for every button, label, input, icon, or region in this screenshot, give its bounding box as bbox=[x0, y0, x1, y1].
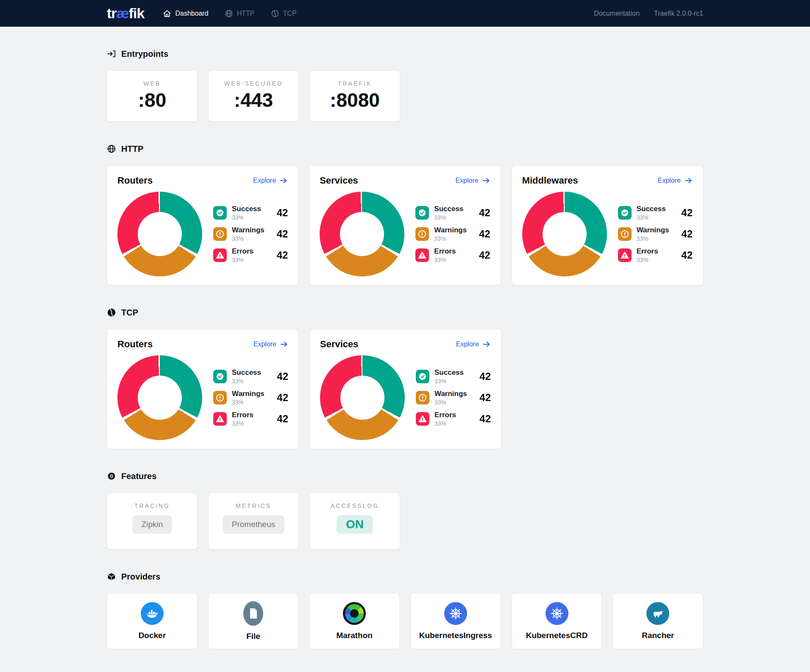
home-icon bbox=[163, 9, 171, 18]
chart-legend: Success33% 42 Warnings33% 42 Errors33% 4… bbox=[213, 366, 288, 429]
traefik-logo: træfik bbox=[107, 5, 144, 22]
legend-count: 42 bbox=[479, 392, 491, 404]
success-check-icon bbox=[416, 370, 429, 383]
entrypoint-label: WEB bbox=[144, 80, 161, 87]
nav-item-label: TCP bbox=[283, 10, 297, 17]
legend-label: Errors bbox=[434, 247, 456, 256]
provider-card-rancher: Rancher bbox=[612, 593, 703, 649]
kubernetes-wheel-icon bbox=[444, 602, 467, 625]
legend-label: Errors bbox=[232, 411, 253, 419]
feature-card-metrics: METRICS Prometheus bbox=[208, 493, 299, 549]
tcp-section-header: TCP bbox=[107, 307, 703, 318]
arrow-right-icon bbox=[684, 176, 693, 185]
error-triangle-icon bbox=[618, 248, 632, 262]
tcp-ball-icon bbox=[271, 9, 279, 18]
legend-percent: 33% bbox=[434, 214, 463, 221]
entrypoint-card-traefik: TRAEFIK :8080 bbox=[309, 70, 400, 122]
error-triangle-icon bbox=[416, 412, 429, 426]
nav-item-tcp[interactable]: TCP bbox=[271, 9, 297, 18]
legend-row-success: Success33% 42 bbox=[213, 202, 288, 223]
tcp-ball-icon bbox=[107, 308, 116, 317]
section-title: Providers bbox=[121, 572, 160, 582]
chart-legend: Success33% 42 Warnings33% 42 Errors33% 4… bbox=[618, 202, 693, 266]
explore-link[interactable]: Explore bbox=[253, 340, 288, 349]
legend-row-errors: Errors33% 42 bbox=[618, 245, 693, 266]
legend-label: Warnings bbox=[637, 226, 669, 234]
feature-label: METRICS bbox=[236, 502, 271, 509]
provider-card-docker: Docker bbox=[107, 593, 198, 649]
legend-row-warnings: Warnings33% 42 bbox=[416, 387, 491, 408]
legend-percent: 33% bbox=[434, 257, 456, 263]
legend-label: Warnings bbox=[434, 390, 467, 398]
legend-percent: 33% bbox=[434, 378, 464, 385]
legend-row-success: Success33% 42 bbox=[618, 202, 693, 223]
legend-percent: 33% bbox=[232, 378, 261, 385]
nav-item-http[interactable]: HTTP bbox=[225, 9, 255, 18]
providers-row: Docker File Marathon KubernetesIngress K… bbox=[107, 593, 703, 649]
legend-label: Success bbox=[434, 205, 463, 213]
feature-value-badge: Prometheus bbox=[223, 515, 284, 534]
documentation-link[interactable]: Documentation bbox=[594, 10, 640, 17]
chart-legend: Success33% 42 Warnings33% 42 Errors33% 4… bbox=[415, 202, 490, 266]
provider-label: Docker bbox=[139, 631, 166, 640]
tcp-cards-row: Routers Explore Success33% 42 Warn bbox=[107, 329, 703, 449]
rancher-bull-icon bbox=[646, 602, 669, 625]
entrypoint-card-web: WEB :80 bbox=[107, 70, 198, 122]
feature-on-badge: ON bbox=[337, 515, 373, 534]
warning-exclamation-icon bbox=[213, 391, 227, 404]
provider-card-marathon: Marathon bbox=[309, 593, 400, 649]
legend-label: Errors bbox=[232, 247, 253, 256]
providers-section-header: Providers bbox=[107, 572, 703, 582]
explore-link[interactable]: Explore bbox=[455, 176, 490, 185]
explore-label: Explore bbox=[455, 177, 478, 184]
section-title: Entrypoints bbox=[121, 49, 168, 59]
success-check-icon bbox=[415, 206, 429, 220]
legend-count: 42 bbox=[479, 371, 491, 382]
legend-row-errors: Errors33% 42 bbox=[213, 245, 288, 266]
card-title: Middlewares bbox=[522, 175, 578, 186]
warning-exclamation-icon bbox=[213, 227, 227, 241]
card-title: Routers bbox=[117, 175, 153, 186]
explore-label: Explore bbox=[253, 177, 276, 184]
legend-row-success: Success33% 42 bbox=[416, 366, 491, 387]
provider-card-kubernetes-crd: KubernetesCRD bbox=[512, 593, 602, 649]
explore-label: Explore bbox=[658, 177, 681, 184]
legend-count: 42 bbox=[277, 371, 288, 382]
entrypoint-label: TRAEFIK bbox=[338, 80, 372, 87]
legend-percent: 33% bbox=[637, 214, 666, 221]
explore-link[interactable]: Explore bbox=[658, 176, 693, 185]
entrypoint-card-web-secured: WEB-SECURED :443 bbox=[208, 70, 299, 122]
legend-percent: 33% bbox=[232, 235, 264, 242]
docker-whale-icon bbox=[141, 602, 164, 625]
error-triangle-icon bbox=[213, 412, 227, 426]
card-title: Services bbox=[320, 175, 358, 186]
legend-label: Success bbox=[637, 205, 666, 213]
legend-count: 42 bbox=[681, 249, 693, 261]
arrow-right-icon bbox=[280, 340, 288, 349]
legend-label: Warnings bbox=[232, 390, 264, 398]
legend-label: Errors bbox=[637, 247, 658, 256]
explore-link[interactable]: Explore bbox=[253, 176, 288, 185]
tcp-routers-card: Routers Explore Success33% 42 Warn bbox=[107, 329, 299, 449]
legend-row-success: Success33% 42 bbox=[415, 202, 490, 223]
features-record-icon bbox=[107, 471, 116, 481]
warning-exclamation-icon bbox=[415, 227, 429, 241]
success-check-icon bbox=[213, 370, 227, 383]
feature-label: ACCESSLOG bbox=[331, 502, 379, 509]
legend-percent: 33% bbox=[434, 399, 467, 406]
card-title: Services bbox=[320, 339, 359, 350]
legend-label: Warnings bbox=[232, 226, 264, 234]
top-navbar: træfik Dashboard HTTP TCP Documentation … bbox=[0, 0, 810, 27]
logo-text: fik bbox=[129, 5, 145, 21]
explore-link[interactable]: Explore bbox=[456, 340, 491, 349]
legend-row-errors: Errors33% 42 bbox=[415, 245, 490, 266]
kubernetes-wheel-icon bbox=[546, 602, 568, 625]
card-title: Routers bbox=[117, 339, 153, 350]
nav-item-dashboard[interactable]: Dashboard bbox=[163, 9, 208, 18]
feature-card-accesslog: ACCESSLOG ON bbox=[309, 493, 400, 549]
status-donut-chart bbox=[117, 355, 202, 440]
legend-percent: 33% bbox=[232, 399, 264, 406]
entrypoint-port: :443 bbox=[234, 90, 273, 110]
legend-count: 42 bbox=[277, 207, 288, 219]
version-text: Traefik 2.0.0-rc1 bbox=[654, 10, 703, 17]
